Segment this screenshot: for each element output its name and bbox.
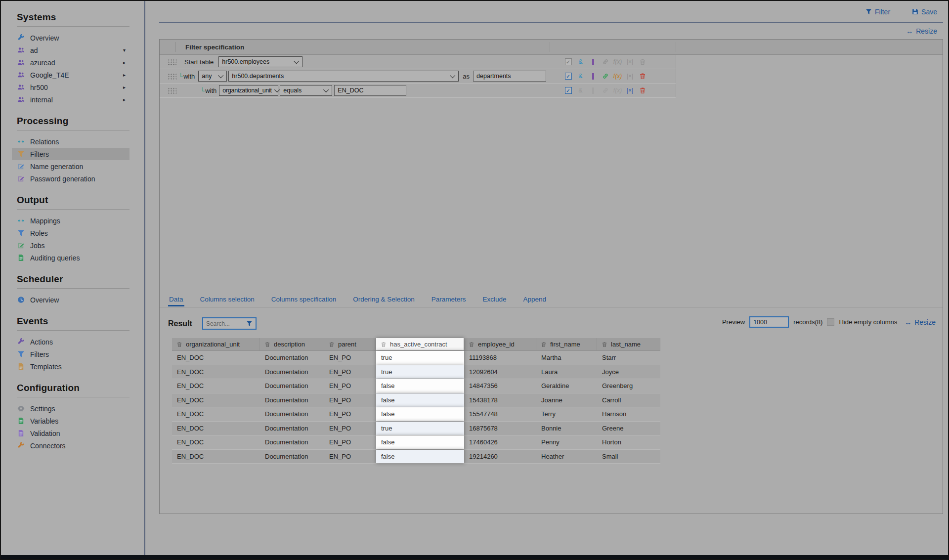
and-condition-icon[interactable]: & (574, 85, 587, 96)
column-select[interactable]: organizational_unit (219, 85, 278, 96)
tab-columns-specification[interactable]: Columns specification (270, 294, 337, 306)
delete-column-icon[interactable] (469, 342, 474, 347)
absolute-value-icon[interactable]: |×| (624, 71, 636, 82)
column-header-last_name[interactable]: last_name (597, 338, 660, 350)
sidebar-item-hr500[interactable]: hr500▸ (12, 81, 129, 93)
table-cell: Documentation (260, 351, 324, 365)
link-relation-icon[interactable] (599, 71, 611, 82)
column-header-parent[interactable]: parent (324, 338, 376, 350)
function-icon[interactable]: f(x) (611, 71, 624, 82)
absolute-value-icon[interactable]: |×| (624, 85, 636, 96)
sidebar-item-name-generation[interactable]: Name generation (12, 160, 129, 172)
enable-checkbox-icon[interactable]: ✓ (562, 56, 574, 67)
result-resize-button[interactable]: ↔ Resize (905, 318, 936, 326)
column-header-organizational_unit[interactable]: organizational_unit (172, 338, 260, 350)
sidebar-item-validation[interactable]: Validation (12, 427, 129, 439)
table-cell: EN_PO (324, 393, 376, 407)
delete-column-icon[interactable] (541, 342, 547, 347)
delete-column-icon[interactable] (176, 342, 182, 347)
sidebar-item-ad[interactable]: ad▾ (12, 44, 129, 56)
tab-parameters[interactable]: Parameters (431, 294, 467, 306)
chevron-down-icon (323, 87, 329, 92)
drag-handle-icon[interactable] (168, 59, 176, 65)
sidebar-item-actions[interactable]: Actions (12, 336, 129, 348)
delete-column-icon[interactable] (329, 342, 335, 347)
sidebar-item-relations[interactable]: Relations (12, 135, 129, 148)
save-button[interactable]: Save (912, 8, 937, 16)
search-input[interactable] (206, 320, 244, 327)
table-cell: false (376, 393, 464, 407)
or-condition-icon[interactable] (587, 85, 599, 96)
sidebar-item-google-t4e[interactable]: Google_T4E▸ (12, 69, 129, 81)
hide-empty-columns-checkbox[interactable] (827, 318, 834, 326)
search-funnel-icon[interactable] (246, 320, 253, 327)
column-header-first_name[interactable]: first_name (536, 338, 597, 350)
sidebar-item-variables[interactable]: Variables (12, 415, 129, 427)
alias-input[interactable] (473, 71, 546, 82)
and-condition-icon[interactable]: & (574, 71, 587, 82)
sidebar-item-filters[interactable]: Filters (12, 348, 129, 360)
sidebar-item-roles[interactable]: Roles (12, 227, 129, 239)
drag-handle-icon[interactable] (168, 87, 176, 94)
tab-columns-selection[interactable]: Columns selection (199, 294, 256, 306)
enable-checkbox-icon[interactable]: ✓ (562, 85, 574, 96)
column-header-has_active_contract[interactable]: has_active_contract (376, 338, 464, 350)
tab-data[interactable]: Data (168, 294, 184, 306)
sidebar-section-rule (17, 209, 129, 210)
resize-button[interactable]: ↔ Resize (906, 27, 937, 35)
or-condition-icon[interactable] (587, 71, 599, 82)
and-condition-icon[interactable]: & (574, 56, 587, 67)
or-condition-icon[interactable] (587, 56, 599, 67)
tab-ordering-selection[interactable]: Ordering & Selection (352, 294, 416, 306)
delete-column-icon[interactable] (381, 342, 387, 347)
operator-select[interactable]: equals (280, 85, 332, 96)
users-icon (17, 71, 25, 79)
function-icon[interactable]: f(x) (611, 56, 624, 67)
related-table-select[interactable]: hr500.departments (228, 71, 459, 82)
sidebar-item-internal[interactable]: internal▸ (12, 93, 129, 106)
resize-bar: ↔ Resize (159, 23, 943, 39)
sidebar-item-mappings[interactable]: Mappings (12, 215, 129, 227)
start-table-value: hr500.employees (222, 58, 269, 65)
delete-row-icon[interactable] (636, 85, 648, 96)
sidebar-item-overview[interactable]: Overview (12, 294, 129, 306)
column-header-description[interactable]: description (260, 338, 324, 350)
table-cell: EN_PO (324, 435, 376, 449)
absolute-value-icon[interactable]: |×| (624, 56, 636, 67)
users-icon (17, 46, 25, 54)
filter-button[interactable]: Filter (865, 8, 890, 16)
function-icon[interactable]: f(x) (611, 85, 624, 96)
start-table-select[interactable]: hr500.employees (218, 56, 302, 67)
sidebar-item-label: Name generation (30, 163, 83, 171)
sidebar-item-settings[interactable]: Settings (12, 402, 129, 415)
sidebar-item-auditing-queries[interactable]: Auditing queries (12, 252, 129, 264)
condition-value-input[interactable] (334, 85, 406, 96)
link-relation-icon[interactable] (599, 85, 611, 96)
link-relation-icon[interactable] (599, 56, 611, 67)
preview-count-input[interactable] (749, 316, 789, 328)
and-condition-glyph: & (578, 87, 582, 94)
enable-checkbox-icon[interactable]: ✓ (562, 71, 574, 82)
sidebar-item-overview[interactable]: Overview (12, 32, 129, 44)
sidebar-item-connectors[interactable]: Connectors (12, 439, 129, 452)
delete-column-icon[interactable] (264, 342, 270, 347)
table-row: EN_DOCDocumentationEN_POfalse19214260Hea… (172, 450, 660, 464)
delete-column-icon[interactable] (602, 342, 607, 347)
quantifier-select[interactable]: any (198, 71, 227, 82)
column-header-employee_id[interactable]: employee_id (464, 338, 536, 350)
sidebar-item-jobs[interactable]: Jobs (12, 239, 129, 252)
doc-icon (17, 417, 25, 425)
drag-handle-icon[interactable] (168, 73, 176, 80)
sidebar-item-password-generation[interactable]: Password generation (12, 172, 129, 185)
delete-row-icon[interactable] (636, 71, 648, 82)
sidebar-item-templates[interactable]: Templates (12, 360, 129, 373)
column-header-label: first_name (550, 341, 580, 348)
sidebar-item-filters[interactable]: Filters (12, 148, 129, 160)
tab-append[interactable]: Append (522, 294, 548, 306)
table-cell: false (376, 450, 464, 464)
sidebar-section-rule (17, 130, 129, 130)
tab-exclude[interactable]: Exclude (482, 294, 508, 306)
delete-row-icon[interactable] (636, 56, 648, 67)
sidebar-item-label: Settings (30, 405, 55, 413)
sidebar-item-azuread[interactable]: azuread▸ (12, 56, 129, 69)
